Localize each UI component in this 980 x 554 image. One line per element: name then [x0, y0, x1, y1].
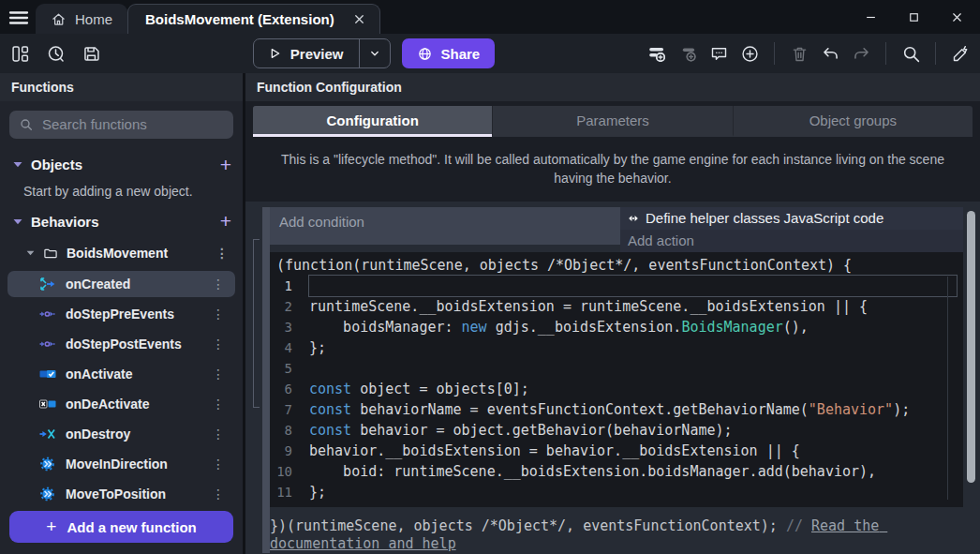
- add-behavior-button[interactable]: +: [220, 213, 231, 230]
- plus-icon: +: [46, 517, 56, 537]
- function-item-onCreated[interactable]: onCreated⋮: [7, 271, 235, 297]
- line-number: 11: [270, 482, 309, 502]
- add-object-button[interactable]: +: [220, 157, 231, 173]
- code-text: const behavior = object.getBehavior(beha…: [309, 420, 957, 441]
- preview-button: Preview: [253, 38, 391, 68]
- menu-icon[interactable]: [7, 7, 30, 27]
- tab-parameters[interactable]: Parameters: [492, 106, 732, 137]
- code-lines: 1 2runtimeScene.__boidsExtension = runti…: [270, 276, 963, 502]
- preview-dropdown-button[interactable]: [360, 39, 390, 67]
- chevron-down-icon[interactable]: [13, 161, 22, 168]
- function-item-onDeActivate[interactable]: onDeActivate⋮: [7, 391, 235, 417]
- add-action-button[interactable]: Add action: [620, 230, 963, 252]
- code-editor[interactable]: (function(runtimeScene, objects /*Object…: [270, 252, 963, 507]
- add-condition-button[interactable]: Add condition: [270, 207, 620, 245]
- gear-icon: [39, 457, 56, 472]
- behaviors-section-header: Behaviors +: [13, 210, 231, 232]
- function-item-MoveToPosition[interactable]: MoveToPosition⋮: [7, 481, 235, 507]
- code-text: const behaviorName = eventsFunctionConte…: [309, 399, 957, 420]
- tab-home-label: Home: [75, 11, 112, 27]
- function-configuration-panel: Function Configuration ConfigurationPara…: [245, 73, 980, 554]
- code-line-8[interactable]: 8const behavior = object.getBehavior(beh…: [270, 420, 963, 441]
- add-comment-icon[interactable]: [708, 43, 729, 64]
- save-icon[interactable]: [81, 43, 101, 64]
- js-event-title-row[interactable]: Define helper classes JavaScript code: [620, 207, 963, 230]
- panels-icon[interactable]: [9, 43, 30, 64]
- function-label: doStepPreEvents: [66, 307, 174, 322]
- add-subevent-icon[interactable]: [677, 43, 698, 64]
- folder-menu-button[interactable]: ⋮: [213, 247, 231, 260]
- function-item-onDestroy[interactable]: onDestroy⋮: [7, 421, 235, 447]
- behaviors-section-title: Behaviors: [31, 214, 99, 230]
- function-menu-button[interactable]: ⋮: [209, 277, 228, 291]
- tab-home[interactable]: Home: [36, 4, 127, 34]
- window-controls: [856, 0, 971, 34]
- history-icon[interactable]: [45, 43, 66, 64]
- chevron-down-icon[interactable]: [26, 250, 35, 256]
- function-menu-button[interactable]: ⋮: [209, 457, 228, 471]
- code-text: [309, 358, 957, 379]
- functions-sidebar: Functions Objects + Start by adding a ne…: [0, 73, 245, 554]
- tab-configuration[interactable]: Configuration: [253, 106, 492, 137]
- code-text: runtimeScene.__boidsExtension = runtimeS…: [309, 296, 957, 317]
- function-label: onDeActivate: [66, 397, 149, 412]
- function-menu-button[interactable]: ⋮: [209, 307, 228, 321]
- code-line-1[interactable]: 1: [270, 276, 963, 296]
- code-text: };: [309, 337, 957, 358]
- add-event-icon[interactable]: [646, 43, 667, 64]
- function-item-doStepPostEvents[interactable]: doStepPostEvents⋮: [7, 331, 235, 357]
- function-item-onActivate[interactable]: onActivate⋮: [7, 361, 235, 387]
- maximize-icon[interactable]: [899, 5, 928, 29]
- line-number: 3: [270, 317, 309, 337]
- preview-button-main[interactable]: Preview: [254, 39, 359, 67]
- function-label: onCreated: [66, 277, 130, 292]
- code-line-5[interactable]: 5: [270, 358, 963, 379]
- globe-icon: [417, 46, 433, 62]
- code-line-10[interactable]: 10 boid: runtimeScene.__boidsExtension.b…: [270, 461, 963, 482]
- code-line-6[interactable]: 6const object = objects[0];: [270, 379, 963, 399]
- search-functions-input[interactable]: [42, 116, 229, 132]
- behavior-folder-boidsmovement[interactable]: BoidsMovement ⋮: [26, 242, 231, 264]
- edit-zap-icon[interactable]: [950, 43, 971, 64]
- tab-boidsmovement[interactable]: BoidsMovement (Extension): [127, 4, 380, 34]
- deactivate-icon: [39, 397, 56, 412]
- line-number: 9: [270, 441, 309, 461]
- function-menu-button[interactable]: ⋮: [209, 487, 228, 501]
- code-footer: })(runtimeScene, objects /*Object*/, eve…: [270, 517, 963, 553]
- window-tabs: Home BoidsMovement (Extension): [36, 0, 380, 34]
- js-code-event[interactable]: Add condition Define helper classes Java…: [262, 207, 963, 553]
- events-scrollbar[interactable]: [967, 211, 975, 483]
- app-window: Home BoidsMovement (Extension): [0, 0, 980, 554]
- add-function-button[interactable]: + Add a new function: [9, 511, 233, 543]
- function-menu-button[interactable]: ⋮: [209, 337, 228, 351]
- minimize-icon[interactable]: [856, 5, 884, 29]
- tab-object-groups[interactable]: Object groups: [733, 106, 973, 137]
- undo-icon[interactable]: [820, 43, 840, 64]
- function-menu-button[interactable]: ⋮: [209, 427, 228, 441]
- code-line-11[interactable]: 11};: [270, 482, 963, 502]
- function-menu-button[interactable]: ⋮: [209, 397, 228, 411]
- preview-label: Preview: [290, 46, 344, 62]
- code-line-7[interactable]: 7const behaviorName = eventsFunctionCont…: [270, 399, 963, 420]
- add-function-label: Add a new function: [67, 519, 196, 535]
- code-line-9[interactable]: 9behavior.__boidsExtension = behavior.__…: [270, 441, 963, 461]
- code-line-4[interactable]: 4};: [270, 337, 963, 358]
- chevron-down-icon[interactable]: [13, 218, 22, 225]
- function-item-MoveInDirection[interactable]: MoveInDirection⋮: [7, 451, 235, 477]
- redo-icon[interactable]: [851, 43, 871, 64]
- close-icon[interactable]: [943, 5, 971, 29]
- gear-icon: [39, 487, 56, 502]
- code-line-3[interactable]: 3 boidsManager: new gdjs.__boidsExtensio…: [270, 317, 963, 337]
- folder-label: BoidsMovement: [67, 246, 168, 261]
- function-label: doStepPostEvents: [66, 337, 182, 352]
- code-text: };: [309, 482, 957, 502]
- delete-icon[interactable]: [789, 43, 809, 64]
- code-line-2[interactable]: 2runtimeScene.__boidsExtension = runtime…: [270, 296, 963, 317]
- share-button[interactable]: Share: [402, 38, 496, 68]
- function-menu-button[interactable]: ⋮: [209, 367, 228, 381]
- code-text: [309, 276, 957, 296]
- search-icon[interactable]: [900, 43, 921, 64]
- function-item-doStepPreEvents[interactable]: doStepPreEvents⋮: [7, 301, 235, 327]
- tab-close-icon[interactable]: [352, 12, 366, 26]
- add-circle-icon[interactable]: [739, 43, 760, 64]
